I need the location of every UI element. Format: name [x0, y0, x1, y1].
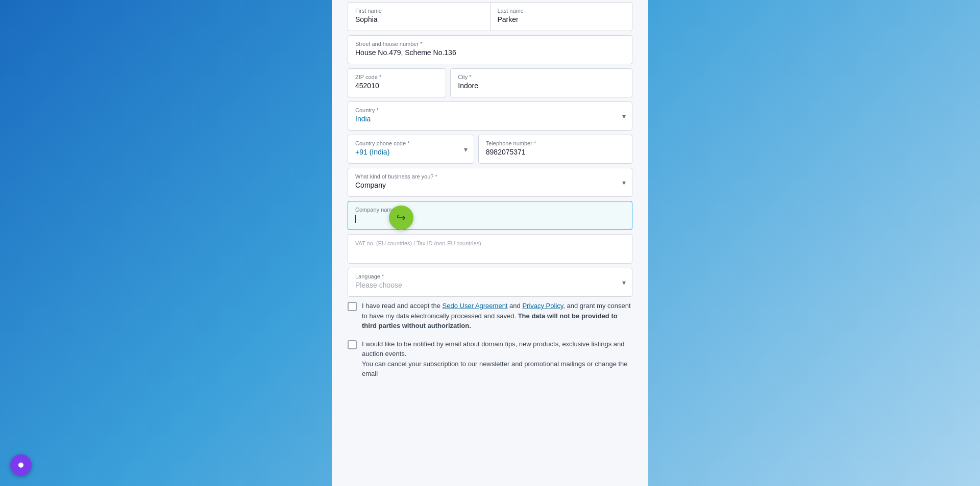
last-name-value: Parker — [498, 15, 625, 25]
newsletter-text: I would like to be notified by email abo… — [362, 339, 632, 379]
country-label: Country * — [355, 107, 625, 113]
chat-dot-icon — [18, 463, 23, 468]
zip-field[interactable]: ZIP code * 452010 — [348, 68, 446, 97]
cursor-button[interactable]: ↩ — [389, 206, 413, 230]
country-value: India — [355, 115, 625, 125]
first-name-value: Sophia — [355, 15, 483, 25]
zip-city-row: ZIP code * 452010 City * Indore — [348, 68, 632, 97]
checkbox-newsletter-row: I would like to be notified by email abo… — [348, 339, 632, 379]
business-type-label: What kind of business are you? * — [355, 173, 625, 180]
country-dropdown-icon[interactable]: ▾ — [622, 112, 626, 120]
street-label: Street and house number * — [355, 41, 625, 47]
vat-field[interactable]: VAT no. (EU countries) / Tax ID (non-EU … — [348, 234, 632, 264]
city-value: Indore — [458, 82, 625, 92]
company-name-field[interactable]: Company name * ↩ — [348, 201, 632, 230]
city-field[interactable]: City * Indore — [450, 68, 632, 97]
purple-chat-button[interactable] — [10, 454, 32, 476]
phone-row: Country phone code * +91 (India) ▾ Telep… — [348, 135, 632, 164]
country-field[interactable]: Country * India ▾ — [348, 101, 632, 131]
language-label: Language * — [355, 273, 625, 279]
agreement-checkbox[interactable] — [348, 302, 357, 311]
phone-number-field[interactable]: Telephone number * 8982075371 — [478, 135, 632, 164]
language-dropdown-icon[interactable]: ▾ — [622, 278, 626, 287]
privacy-policy-link[interactable]: Privacy Policy — [522, 302, 563, 310]
business-dropdown-icon[interactable]: ▾ — [622, 178, 626, 187]
checkbox1-text-mid: and — [507, 302, 522, 310]
checkbox2-extra-text: You can cancel your subscription to our … — [362, 360, 628, 378]
first-name-field[interactable]: First name Sophia — [348, 2, 491, 31]
newsletter-checkbox[interactable] — [348, 340, 357, 349]
sedo-user-agreement-link[interactable]: Sedo User Agreement — [443, 302, 508, 310]
zip-label: ZIP code * — [355, 74, 438, 80]
phone-code-field[interactable]: Country phone code * +91 (India) ▾ — [348, 135, 474, 164]
business-type-field[interactable]: What kind of business are you? * Company… — [348, 168, 632, 197]
business-type-value: Company — [355, 181, 625, 191]
agreement-text: I have read and accept the Sedo User Agr… — [362, 301, 632, 331]
text-cursor — [355, 215, 356, 223]
page-wrapper: First name Sophia Last name Parker Stree… — [0, 0, 980, 486]
zip-value: 452010 — [355, 82, 438, 92]
checkbox1-text-before: I have read and accept the — [362, 302, 443, 310]
first-name-label: First name — [355, 8, 483, 14]
phone-number-value: 8982075371 — [486, 148, 625, 158]
back-arrow-icon: ↩ — [397, 211, 406, 224]
vat-label: VAT no. (EU countries) / Tax ID (non-EU … — [355, 240, 625, 258]
phone-code-dropdown-icon[interactable]: ▾ — [464, 145, 468, 154]
checkbox2-text: I would like to be notified by email abo… — [362, 340, 625, 358]
name-row: First name Sophia Last name Parker — [348, 2, 632, 31]
language-field[interactable]: Language * Please choose ▾ — [348, 268, 632, 297]
last-name-label: Last name — [498, 8, 625, 14]
phone-code-label: Country phone code * — [355, 140, 467, 146]
phone-number-label: Telephone number * — [486, 140, 625, 146]
last-name-field[interactable]: Last name Parker — [491, 2, 633, 31]
language-value: Please choose — [355, 281, 625, 291]
checkbox-agreement-row: I have read and accept the Sedo User Agr… — [348, 301, 632, 331]
street-value: House No.479, Scheme No.136 — [355, 48, 625, 59]
city-label: City * — [458, 74, 625, 80]
street-field[interactable]: Street and house number * House No.479, … — [348, 35, 632, 64]
phone-code-value: +91 (India) — [355, 148, 467, 158]
